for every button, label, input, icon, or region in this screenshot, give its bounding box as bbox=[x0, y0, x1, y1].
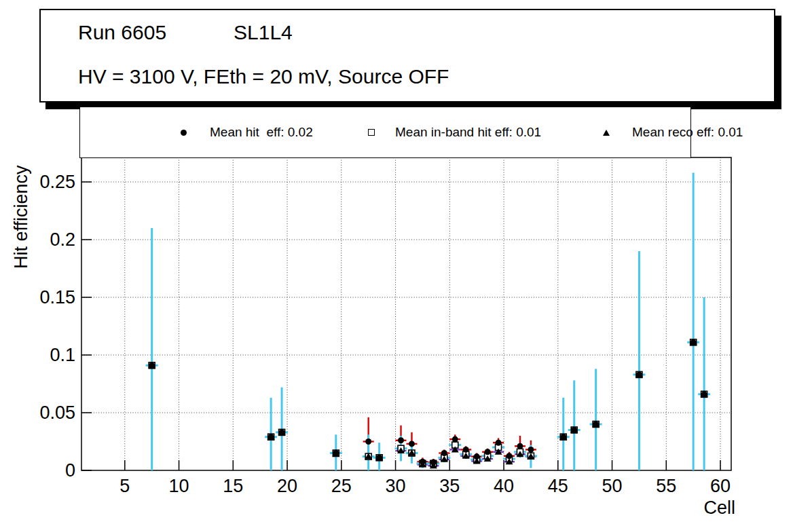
legend-label-hit: Mean hit eff: 0.02 bbox=[210, 125, 313, 140]
legend-entry-hit: Mean hit eff: 0.02 bbox=[181, 107, 313, 157]
x-tick-label: 25 bbox=[331, 476, 352, 496]
hit-marker-circle bbox=[441, 450, 447, 456]
chamber-label: SL1L4 bbox=[234, 21, 293, 44]
y-tick-label: 0 bbox=[65, 460, 75, 481]
y-axis-title: Hit efficiency bbox=[11, 165, 32, 269]
legend-box: Mean hit eff: 0.02 Mean in-band hit eff:… bbox=[79, 107, 691, 158]
hit-marker-circle bbox=[463, 447, 469, 453]
hit-marker-circle bbox=[517, 443, 523, 449]
title-box: Run 6605 SL1L4 HV = 3100 V, FEth = 20 mV… bbox=[39, 9, 775, 102]
x-tick-label: 45 bbox=[548, 476, 568, 496]
hit-marker-circle bbox=[409, 441, 415, 447]
legend-entry-reco: Mean reco eff: 0.01 bbox=[603, 107, 743, 157]
hit-marker-circle bbox=[485, 449, 491, 455]
x-tick-label: 35 bbox=[439, 476, 460, 496]
x-tick-label: 60 bbox=[710, 476, 731, 496]
y-tick-label: 0.2 bbox=[50, 229, 75, 250]
hit-marker-circle bbox=[528, 447, 534, 453]
y-tick-label: 0.1 bbox=[50, 345, 75, 365]
x-tick-label: 40 bbox=[494, 476, 514, 496]
x-tick-label: 20 bbox=[277, 476, 297, 496]
filled-circle-icon bbox=[181, 130, 187, 136]
y-tick-label: 0.25 bbox=[39, 172, 75, 192]
hit-marker-circle bbox=[398, 437, 404, 443]
run-label: Run 6605 bbox=[78, 21, 166, 44]
filled-triangle-icon bbox=[603, 130, 610, 136]
y-tick-label: 0.15 bbox=[39, 287, 75, 307]
legend-label-reco: Mean reco eff: 0.01 bbox=[632, 125, 743, 140]
hit-marker-circle bbox=[452, 436, 458, 443]
conditions-label: HV = 3100 V, FEth = 20 mV, Source OFF bbox=[78, 65, 449, 88]
legend-label-inband: Mean in-band hit eff: 0.01 bbox=[395, 125, 541, 140]
x-tick-label: 50 bbox=[602, 476, 623, 496]
hit-marker-circle bbox=[506, 453, 513, 459]
x-axis-title: Cell bbox=[599, 498, 735, 519]
x-tick-label: 5 bbox=[119, 476, 130, 496]
x-tick-label: 55 bbox=[656, 476, 676, 496]
x-tick-label: 15 bbox=[223, 476, 243, 496]
hit-marker-circle bbox=[496, 440, 502, 446]
root-canvas: { "title_box": { "run": "Run 6605", "cha… bbox=[0, 0, 812, 524]
x-tick-label: 30 bbox=[386, 476, 406, 496]
y-tick-label: 0.05 bbox=[39, 403, 75, 423]
open-square-icon bbox=[368, 129, 375, 136]
x-tick-label: 10 bbox=[169, 476, 189, 496]
hit-marker-circle bbox=[365, 438, 371, 445]
legend-entry-inband: Mean in-band hit eff: 0.01 bbox=[368, 107, 541, 157]
